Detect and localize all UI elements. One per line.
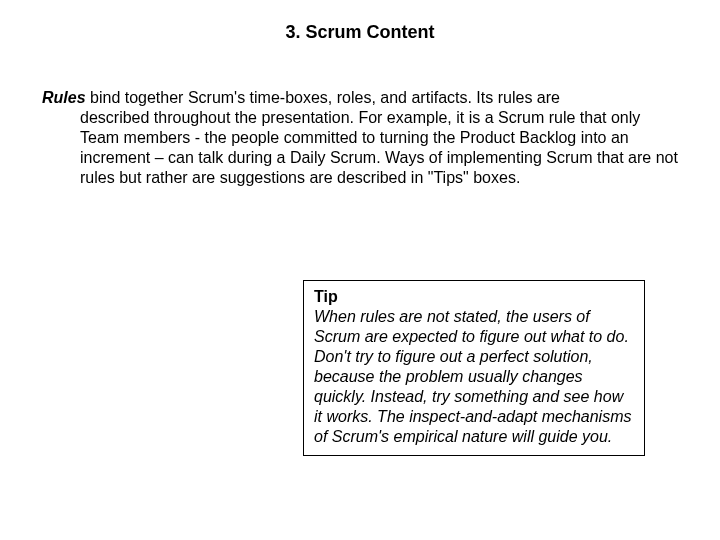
tip-box: Tip When rules are not stated, the users… <box>303 280 645 456</box>
section-heading: 3. Scrum Content <box>0 22 720 43</box>
rules-first-line: bind together Scrum's time-boxes, roles,… <box>86 89 560 106</box>
rules-body-rest: described throughout the presentation. F… <box>42 108 678 188</box>
tip-title: Tip <box>314 287 634 307</box>
tip-body: When rules are not stated, the users of … <box>314 307 634 447</box>
rules-lead-word: Rules <box>42 89 86 106</box>
rules-paragraph: Rules bind together Scrum's time-boxes, … <box>42 88 678 188</box>
